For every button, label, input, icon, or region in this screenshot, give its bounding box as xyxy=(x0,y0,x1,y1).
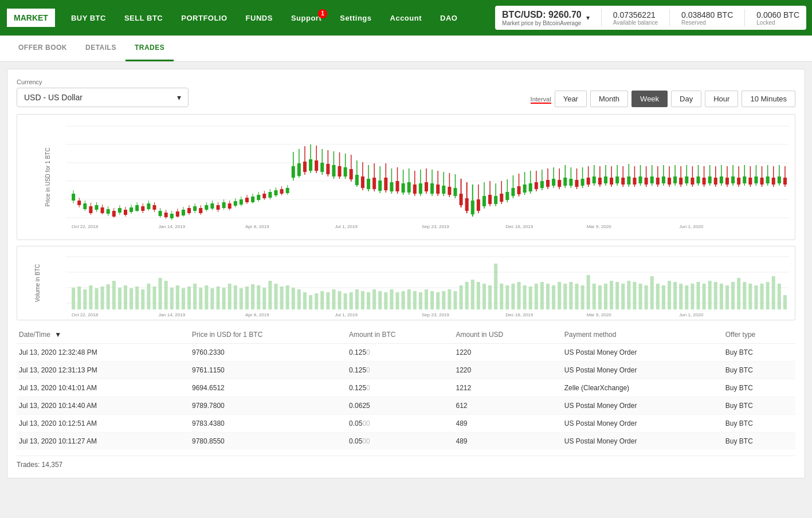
svg-rect-385 xyxy=(696,282,700,309)
cell-offer-type: Buy BTC xyxy=(723,344,795,362)
svg-rect-360 xyxy=(552,285,555,309)
svg-rect-317 xyxy=(303,292,307,309)
svg-text:Apr 8, 2019: Apr 8, 2019 xyxy=(245,312,269,317)
nav-portfolio[interactable]: PORTFOLIO xyxy=(172,14,236,22)
svg-rect-390 xyxy=(725,285,729,309)
trade-table: Date/Time ▼ Price in USD for 1 BTC Amoun… xyxy=(17,326,795,450)
svg-rect-389 xyxy=(720,284,723,309)
nav-funds[interactable]: FUNDS xyxy=(237,14,282,22)
table-row: Jul 13, 2020 10:11:27 AM 9780.8550 0.050… xyxy=(17,433,795,450)
nav-buy-btc[interactable]: BUY BTC xyxy=(62,14,115,22)
svg-rect-362 xyxy=(563,284,567,309)
svg-rect-334 xyxy=(402,291,405,309)
svg-rect-379 xyxy=(662,285,665,309)
tab-details[interactable]: DETAILS xyxy=(76,36,125,61)
interval-year[interactable]: Year xyxy=(555,91,587,107)
svg-text:Jan 14, 2019: Jan 14, 2019 xyxy=(159,224,186,229)
nav-settings[interactable]: Settings xyxy=(331,14,380,22)
price-chart-area: 15000 12500 10000 7500 5000 2500 xyxy=(66,120,789,234)
vol-chart-area: 10.00 7.50 5.00 2.50 0.00 xyxy=(66,252,789,314)
svg-text:Apr 8, 2019: Apr 8, 2019 xyxy=(245,224,269,229)
tab-offer-book[interactable]: OFFER BOOK xyxy=(9,36,76,61)
svg-rect-328 xyxy=(367,292,370,309)
svg-rect-368 xyxy=(598,285,602,309)
svg-rect-319 xyxy=(315,293,318,309)
svg-rect-316 xyxy=(297,289,301,309)
col-datetime[interactable]: Date/Time ▼ xyxy=(17,326,190,344)
vol-chart-svg: 10.00 7.50 5.00 2.50 0.00 xyxy=(66,252,789,318)
svg-rect-302 xyxy=(216,287,219,309)
svg-text:Oct 22, 2018: Oct 22, 2018 xyxy=(72,224,99,229)
interval-week[interactable]: Week xyxy=(631,91,668,107)
svg-rect-376 xyxy=(645,285,648,309)
available-balance-value: 0.07356221 xyxy=(613,10,658,19)
svg-rect-281 xyxy=(95,288,98,309)
svg-text:Jan 14, 2019: Jan 14, 2019 xyxy=(159,312,186,317)
svg-rect-373 xyxy=(627,281,630,309)
nav-account[interactable]: Account xyxy=(381,14,432,22)
table-row: Jul 13, 2020 10:41:01 AM 9694.6512 0.125… xyxy=(17,379,795,397)
svg-rect-365 xyxy=(581,285,585,309)
svg-rect-378 xyxy=(656,284,660,309)
svg-rect-391 xyxy=(731,282,735,309)
svg-rect-309 xyxy=(257,285,260,309)
svg-rect-358 xyxy=(540,282,544,309)
svg-rect-347 xyxy=(477,282,480,309)
svg-rect-339 xyxy=(430,291,434,309)
cell-payment: US Postal Money Order xyxy=(562,415,723,433)
svg-rect-329 xyxy=(372,289,376,309)
cell-amount-usd: 612 xyxy=(454,397,562,415)
svg-rect-287 xyxy=(130,288,133,309)
currency-select[interactable]: USD - US Dollar ▾ xyxy=(17,88,189,107)
cell-payment: Zelle (ClearXchange) xyxy=(562,379,723,397)
svg-rect-300 xyxy=(205,285,208,309)
logo[interactable]: MARKET xyxy=(6,7,56,28)
svg-rect-321 xyxy=(326,292,329,309)
nav-sell-btc[interactable]: SELL BTC xyxy=(115,14,172,22)
svg-rect-352 xyxy=(505,285,509,309)
svg-text:Jun 1, 2020: Jun 1, 2020 xyxy=(679,224,704,229)
reserved-value: 0.038480 BTC xyxy=(681,10,733,19)
svg-text:Oct 22, 2018: Oct 22, 2018 xyxy=(72,312,99,317)
svg-rect-313 xyxy=(280,287,284,309)
svg-rect-327 xyxy=(361,291,364,309)
svg-rect-394 xyxy=(748,284,752,309)
svg-rect-345 xyxy=(465,282,469,309)
svg-text:Dec 16, 2019: Dec 16, 2019 xyxy=(505,312,533,317)
interval-10min[interactable]: 10 Minutes xyxy=(742,91,795,107)
locked: 0.0060 BTC Locked xyxy=(756,10,799,26)
cell-payment: US Postal Money Order xyxy=(562,362,723,379)
svg-rect-398 xyxy=(772,276,775,309)
svg-rect-312 xyxy=(274,284,277,309)
svg-rect-303 xyxy=(222,288,226,309)
svg-rect-298 xyxy=(193,284,197,309)
interval-month[interactable]: Month xyxy=(590,91,628,107)
svg-rect-286 xyxy=(124,285,127,309)
svg-rect-349 xyxy=(488,285,492,309)
svg-rect-278 xyxy=(77,287,81,309)
col-amount-usd: Amount in USD xyxy=(454,326,562,344)
currency-section: Currency USD - US Dollar ▾ xyxy=(17,79,189,107)
cell-datetime: Jul 13, 2020 10:14:40 AM xyxy=(17,397,190,415)
header: MARKET BUY BTC SELL BTC PORTFOLIO FUNDS … xyxy=(0,0,812,36)
svg-rect-297 xyxy=(187,287,191,309)
table-row: Jul 13, 2020 10:14:40 AM 9789.7800 0.062… xyxy=(17,397,795,415)
nav-support[interactable]: Support 1 xyxy=(282,14,331,22)
svg-rect-325 xyxy=(350,292,353,309)
svg-rect-294 xyxy=(170,288,174,309)
cell-payment: US Postal Money Order xyxy=(562,433,723,450)
cell-offer-type: Buy BTC xyxy=(723,379,795,397)
cell-amount-usd: 1220 xyxy=(454,362,562,379)
price-main[interactable]: BTC/USD: 9260.70 Market price by Bitcoin… xyxy=(502,10,590,26)
svg-rect-388 xyxy=(714,282,717,309)
tab-trades[interactable]: TRADES xyxy=(125,36,174,61)
col-offer-type: Offer type xyxy=(723,326,795,344)
interval-day[interactable]: Day xyxy=(671,91,701,107)
svg-rect-306 xyxy=(240,288,243,309)
svg-rect-355 xyxy=(523,285,527,309)
svg-rect-341 xyxy=(442,291,445,309)
svg-rect-333 xyxy=(395,292,399,309)
nav-dao[interactable]: DAO xyxy=(431,14,466,22)
svg-rect-338 xyxy=(425,289,428,309)
interval-hour[interactable]: Hour xyxy=(705,91,738,107)
